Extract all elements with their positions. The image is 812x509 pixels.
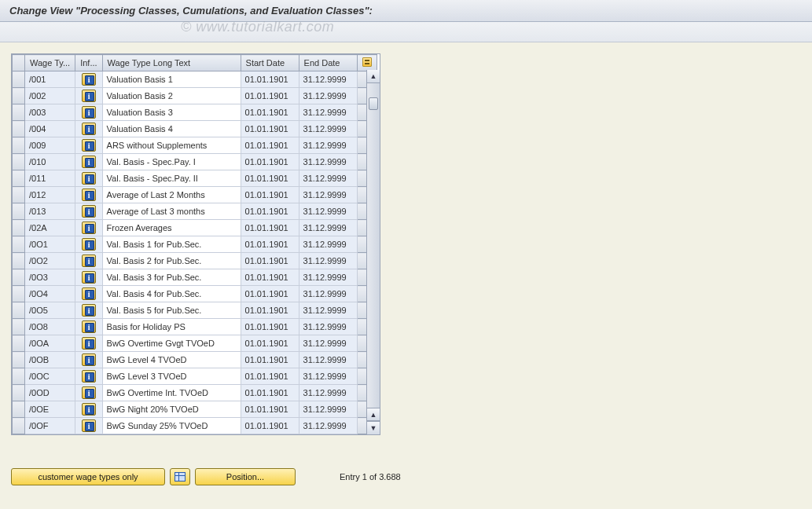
cell-long-text[interactable]: BwG Level 3 TVOeD — [102, 368, 241, 385]
wage-type-table[interactable]: Wage Ty... Inf... Wage Type Long Text St… — [12, 54, 377, 434]
cell-wage-type[interactable]: /012 — [25, 187, 75, 203]
cell-long-text[interactable]: Valuation Basis 3 — [102, 104, 241, 121]
info-button[interactable]: i — [82, 255, 96, 267]
scroll-page-down-button[interactable]: ▼ — [367, 421, 380, 434]
table-row[interactable]: /0OAiBwG Overtime Gvgt TVOeD01.01.190131… — [13, 335, 377, 352]
cell-start-date[interactable]: 01.01.1901 — [241, 203, 299, 220]
cell-start-date[interactable]: 01.01.1901 — [241, 253, 299, 269]
cell-start-date[interactable]: 01.01.1901 — [241, 335, 299, 352]
info-button[interactable]: i — [82, 222, 96, 234]
row-selector[interactable] — [13, 104, 25, 121]
info-button[interactable]: i — [82, 123, 96, 135]
table-row[interactable]: /001iValuation Basis 101.01.190131.12.99… — [13, 71, 377, 88]
info-button[interactable]: i — [82, 386, 96, 399]
table-row[interactable]: /013iAverage of Last 3 months01.01.19013… — [13, 203, 377, 220]
info-button[interactable]: i — [82, 370, 96, 383]
cell-end-date[interactable]: 31.12.9999 — [299, 154, 357, 170]
cell-wage-type[interactable]: /0O8 — [25, 319, 75, 335]
cell-long-text[interactable]: Val. Basis - Spec.Pay. I — [102, 154, 241, 170]
cell-long-text[interactable]: Frozen Averages — [102, 220, 241, 236]
cell-long-text[interactable]: BwG Sunday 25% TVOeD — [102, 418, 241, 434]
info-button[interactable]: i — [82, 353, 96, 366]
table-row[interactable]: /0OFiBwG Sunday 25% TVOeD01.01.190131.12… — [13, 418, 377, 434]
cell-start-date[interactable]: 01.01.1901 — [241, 137, 299, 154]
col-header-long-text[interactable]: Wage Type Long Text — [102, 55, 241, 71]
cell-wage-type[interactable]: /0OE — [25, 401, 75, 418]
cell-long-text[interactable]: BwG Overtime Gvgt TVOeD — [102, 335, 241, 352]
cell-end-date[interactable]: 31.12.9999 — [299, 368, 357, 385]
cell-long-text[interactable]: ARS without Supplements — [102, 137, 241, 154]
row-selector[interactable] — [13, 401, 25, 418]
table-row[interactable]: /002iValuation Basis 201.01.190131.12.99… — [13, 88, 377, 104]
cell-long-text[interactable]: Val. Basis 2 for Pub.Sec. — [102, 253, 241, 269]
vertical-scrollbar[interactable]: ▲ ▲ ▼ — [366, 70, 380, 434]
table-row[interactable]: /009iARS without Supplements01.01.190131… — [13, 137, 377, 154]
table-row[interactable]: /0ODiBwG Overtime Int. TVOeD01.01.190131… — [13, 385, 377, 401]
row-selector[interactable] — [13, 137, 25, 154]
cell-long-text[interactable]: Val. Basis 4 for Pub.Sec. — [102, 286, 241, 302]
cell-start-date[interactable]: 01.01.1901 — [241, 71, 299, 88]
cell-end-date[interactable]: 31.12.9999 — [299, 418, 357, 434]
cell-long-text[interactable]: Val. Basis 3 for Pub.Sec. — [102, 269, 241, 286]
cell-end-date[interactable]: 31.12.9999 — [299, 220, 357, 236]
info-button[interactable]: i — [82, 156, 96, 168]
cell-end-date[interactable]: 31.12.9999 — [299, 137, 357, 154]
table-settings-button[interactable] — [357, 55, 377, 71]
cell-wage-type[interactable]: /002 — [25, 88, 75, 104]
cell-end-date[interactable]: 31.12.9999 — [299, 88, 357, 104]
info-button[interactable]: i — [82, 304, 96, 317]
cell-wage-type[interactable]: /001 — [25, 71, 75, 88]
row-selector[interactable] — [13, 286, 25, 302]
row-selector[interactable] — [13, 368, 25, 385]
table-row[interactable]: /0OEiBwG Night 20% TVOeD01.01.190131.12.… — [13, 401, 377, 418]
cell-wage-type[interactable]: /0O2 — [25, 253, 75, 269]
layout-button[interactable] — [170, 468, 190, 485]
row-selector[interactable] — [13, 352, 25, 368]
cell-wage-type[interactable]: /013 — [25, 203, 75, 220]
cell-wage-type[interactable]: /011 — [25, 170, 75, 187]
cell-start-date[interactable]: 01.01.1901 — [241, 88, 299, 104]
table-row[interactable]: /003iValuation Basis 301.01.190131.12.99… — [13, 104, 377, 121]
cell-start-date[interactable]: 01.01.1901 — [241, 269, 299, 286]
info-button[interactable]: i — [82, 320, 96, 333]
cell-end-date[interactable]: 31.12.9999 — [299, 352, 357, 368]
table-row[interactable]: /010iVal. Basis - Spec.Pay. I01.01.19013… — [13, 154, 377, 170]
row-selector[interactable] — [13, 71, 25, 88]
cell-long-text[interactable]: Valuation Basis 4 — [102, 121, 241, 137]
row-selector[interactable] — [13, 418, 25, 434]
cell-end-date[interactable]: 31.12.9999 — [299, 253, 357, 269]
cell-long-text[interactable]: Valuation Basis 2 — [102, 88, 241, 104]
table-row[interactable]: /012iAverage of Last 2 Months01.01.19013… — [13, 187, 377, 203]
table-row[interactable]: /02AiFrozen Averages01.01.190131.12.9999 — [13, 220, 377, 236]
cell-long-text[interactable]: Valuation Basis 1 — [102, 71, 241, 88]
cell-start-date[interactable]: 01.01.1901 — [241, 170, 299, 187]
col-header-end-date[interactable]: End Date — [299, 55, 357, 71]
position-button[interactable]: Position... — [195, 468, 296, 485]
cell-end-date[interactable]: 31.12.9999 — [299, 269, 357, 286]
row-selector[interactable] — [13, 302, 25, 319]
row-selector[interactable] — [13, 154, 25, 170]
cell-wage-type[interactable]: /02A — [25, 220, 75, 236]
col-header-wage-type[interactable]: Wage Ty... — [25, 55, 75, 71]
row-selector[interactable] — [13, 253, 25, 269]
cell-end-date[interactable]: 31.12.9999 — [299, 121, 357, 137]
table-row[interactable]: /0O1iVal. Basis 1 for Pub.Sec.01.01.1901… — [13, 236, 377, 253]
info-button[interactable]: i — [82, 238, 96, 251]
scroll-down-button[interactable]: ▲ — [367, 408, 380, 421]
table-row[interactable]: /0OBiBwG Level 4 TVOeD01.01.190131.12.99… — [13, 352, 377, 368]
cell-long-text[interactable]: BwG Night 20% TVOeD — [102, 401, 241, 418]
cell-start-date[interactable]: 01.01.1901 — [241, 154, 299, 170]
col-header-info[interactable]: Inf... — [75, 55, 102, 71]
info-button[interactable]: i — [82, 337, 96, 350]
cell-start-date[interactable]: 01.01.1901 — [241, 104, 299, 121]
cell-start-date[interactable]: 01.01.1901 — [241, 187, 299, 203]
table-row[interactable]: /004iValuation Basis 401.01.190131.12.99… — [13, 121, 377, 137]
cell-end-date[interactable]: 31.12.9999 — [299, 401, 357, 418]
row-selector[interactable] — [13, 88, 25, 104]
cell-end-date[interactable]: 31.12.9999 — [299, 71, 357, 88]
cell-end-date[interactable]: 31.12.9999 — [299, 385, 357, 401]
cell-wage-type[interactable]: /004 — [25, 121, 75, 137]
cell-start-date[interactable]: 01.01.1901 — [241, 286, 299, 302]
cell-long-text[interactable]: BwG Overtime Int. TVOeD — [102, 385, 241, 401]
cell-long-text[interactable]: Basis for Holiday PS — [102, 319, 241, 335]
